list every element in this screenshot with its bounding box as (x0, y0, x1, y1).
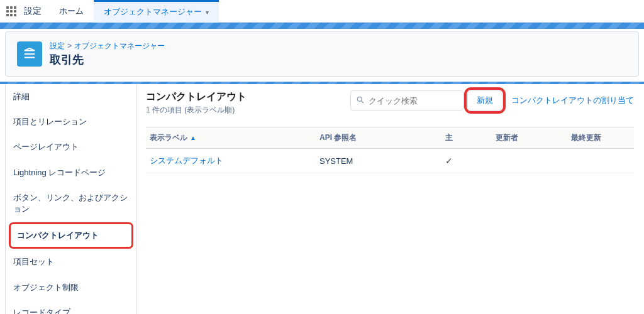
breadcrumb[interactable]: 設定>オブジェクトマネージャー (50, 41, 165, 51)
col-primary[interactable]: 主 (441, 127, 492, 149)
top-nav: 設定 ホーム オブジェクトマネージャー ▾ (0, 0, 644, 23)
app-launcher-icon[interactable] (0, 0, 23, 23)
decorative-banner (0, 23, 644, 29)
page-header: 設定>オブジェクトマネージャー 取引先 (5, 31, 639, 77)
row-label-link[interactable]: システムデフォルト (146, 149, 316, 173)
col-modified-by[interactable]: 更新者 (492, 127, 567, 149)
svg-point-0 (357, 97, 362, 101)
content-subtitle: 1 件の項目 (表示ラベル順) (146, 105, 247, 116)
object-icon (17, 41, 42, 67)
search-input[interactable] (369, 96, 474, 106)
check-icon: ✓ (445, 156, 453, 166)
compact-layouts-table: 表示ラベル▲ API 参照名 主 更新者 最終更新 システムデフォルト SYST… (146, 127, 634, 173)
sidebar-item-object-limits[interactable]: オブジェクト制限 (6, 275, 136, 300)
quick-search[interactable] (350, 90, 464, 111)
sidebar-item-details[interactable]: 詳細 (6, 84, 136, 109)
app-title: 設定 (23, 6, 49, 17)
row-modified-by (492, 149, 567, 173)
sidebar-item-fields[interactable]: 項目とリレーション (6, 109, 136, 134)
new-button[interactable]: 新規 (467, 90, 502, 111)
sidebar: 詳細 項目とリレーション ページレイアウト Lightning レコードページ … (5, 84, 137, 314)
sidebar-item-buttons-links-actions[interactable]: ボタン、リンク、およびアクション (6, 185, 136, 222)
row-api: SYSTEM (316, 149, 441, 173)
search-icon (356, 95, 365, 106)
tab-object-manager[interactable]: オブジェクトマネージャー ▾ (94, 0, 219, 23)
col-last-modified[interactable]: 最終更新 (567, 127, 634, 149)
page-title: 取引先 (50, 52, 165, 67)
sidebar-item-page-layouts[interactable]: ページレイアウト (6, 134, 136, 160)
row-last-modified (567, 149, 634, 173)
row-primary: ✓ (441, 149, 492, 173)
sidebar-item-field-sets[interactable]: 項目セット (6, 249, 136, 274)
sidebar-item-lightning-pages[interactable]: Lightning レコードページ (6, 160, 136, 185)
sidebar-item-compact-layouts[interactable]: コンパクトレイアウト (9, 223, 133, 248)
tab-home[interactable]: ホーム (49, 0, 94, 23)
table-row[interactable]: システムデフォルト SYSTEM ✓ (146, 149, 634, 173)
col-label[interactable]: 表示ラベル▲ (146, 127, 316, 149)
svg-line-1 (362, 100, 364, 103)
sidebar-item-record-types[interactable]: レコードタイプ (6, 300, 136, 314)
assign-layout-link[interactable]: コンパクトレイアウトの割り当て (511, 95, 634, 106)
content: コンパクトレイアウト 1 件の項目 (表示ラベル順) 新規 コンパクトレイアウト… (137, 84, 639, 314)
chevron-down-icon: ▾ (206, 9, 209, 16)
sort-asc-icon: ▲ (190, 134, 196, 141)
content-title: コンパクトレイアウト (146, 90, 247, 104)
col-api[interactable]: API 参照名 (316, 127, 441, 149)
